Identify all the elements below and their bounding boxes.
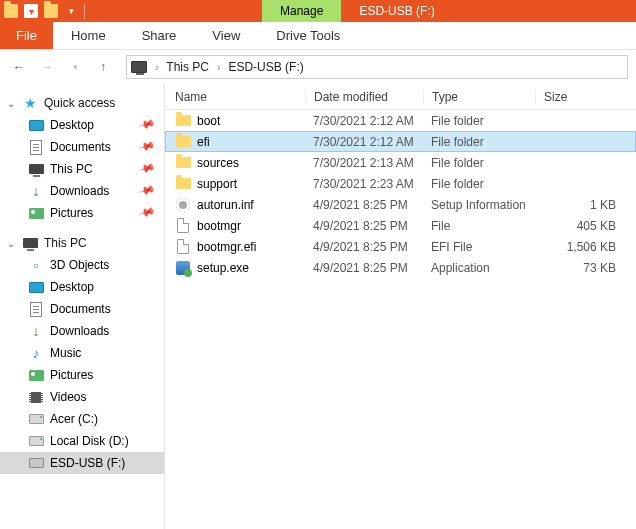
sidebar-item[interactable]: ▫3D Objects [0, 254, 164, 276]
sidebar-item[interactable]: Documents [0, 298, 164, 320]
chevron-down-icon[interactable]: ▾ [64, 4, 78, 18]
file-row[interactable]: bootmgr.efi4/9/2021 8:25 PMEFI File1,506… [165, 236, 636, 257]
file-type: File folder [423, 114, 535, 128]
column-type[interactable]: Type [423, 90, 535, 104]
pin-icon: 📌 [138, 137, 157, 155]
breadcrumb-current[interactable]: ESD-USB (F:) [228, 60, 303, 74]
column-headers: Name Date modified Type Size [165, 84, 636, 110]
file-row[interactable]: autorun.inf4/9/2021 8:25 PMSetup Informa… [165, 194, 636, 215]
up-button[interactable]: ↑ [92, 56, 114, 78]
chevron-down-icon: ⌄ [6, 238, 16, 249]
app-icon [4, 4, 18, 18]
column-name[interactable]: Name [175, 90, 305, 104]
sidebar-item[interactable]: Pictures📌 [0, 202, 164, 224]
3d-icon: ▫ [28, 257, 44, 273]
column-date[interactable]: Date modified [305, 90, 423, 104]
back-button[interactable]: ← [8, 56, 30, 78]
column-size[interactable]: Size [535, 90, 636, 104]
sidebar-item-label: Desktop [50, 280, 94, 294]
file-type: Application [423, 261, 535, 275]
sidebar-item-label: Documents [50, 302, 111, 316]
sidebar-group-this-pc: ⌄ This PC ▫3D ObjectsDesktopDocuments↓Do… [0, 232, 164, 474]
sidebar-item[interactable]: ESD-USB (F:) [0, 452, 164, 474]
doc-icon [28, 139, 44, 155]
save-icon[interactable]: ▾ [24, 4, 38, 18]
sidebar-item-label: ESD-USB (F:) [50, 456, 125, 470]
menu-view[interactable]: View [194, 22, 258, 49]
file-type: Setup Information [423, 198, 535, 212]
menu-file[interactable]: File [0, 22, 53, 49]
file-type: EFI File [423, 240, 535, 254]
file-date: 4/9/2021 8:25 PM [305, 219, 423, 233]
sidebar-item[interactable]: Desktop [0, 276, 164, 298]
doc-icon [28, 301, 44, 317]
address-bar[interactable]: › This PC › ESD-USB (F:) [126, 55, 628, 79]
file-row[interactable]: setup.exe4/9/2021 8:25 PMApplication73 K… [165, 257, 636, 278]
chevron-down-icon: ⌄ [6, 98, 16, 109]
file-row[interactable]: sources7/30/2021 2:13 AMFile folder [165, 152, 636, 173]
content-pane: Name Date modified Type Size boot7/30/20… [165, 84, 636, 529]
menu-drive-tools[interactable]: Drive Tools [258, 22, 358, 49]
sidebar-item-label: Music [50, 346, 81, 360]
file-type: File folder [423, 156, 535, 170]
file-date: 7/30/2021 2:12 AM [305, 114, 423, 128]
gear-icon [175, 197, 191, 213]
sidebar-item[interactable]: Acer (C:) [0, 408, 164, 430]
folder-icon [175, 155, 191, 171]
recent-dropdown[interactable]: ▾ [64, 56, 86, 78]
sidebar-item-label: Pictures [50, 368, 93, 382]
file-size: 1 KB [535, 198, 636, 212]
file-date: 7/30/2021 2:12 AM [305, 135, 423, 149]
sidebar-item[interactable]: Desktop📌 [0, 114, 164, 136]
file-row[interactable]: boot7/30/2021 2:12 AMFile folder [165, 110, 636, 131]
sidebar-item-label: Local Disk (D:) [50, 434, 129, 448]
file-name: autorun.inf [197, 198, 254, 212]
pin-icon: 📌 [138, 203, 157, 221]
sidebar-item[interactable]: Pictures [0, 364, 164, 386]
file-icon [175, 239, 191, 255]
file-name: bootmgr [197, 219, 241, 233]
drive-icon [28, 433, 44, 449]
pc-icon [28, 161, 44, 177]
pin-icon: 📌 [138, 181, 157, 199]
pc-icon [22, 235, 38, 251]
pic-icon [28, 367, 44, 383]
file-name: setup.exe [197, 261, 249, 275]
separator-icon: › [151, 62, 162, 73]
forward-button[interactable]: → [36, 56, 58, 78]
folder-icon [44, 4, 58, 18]
sidebar-item[interactable]: ↓Downloads📌 [0, 180, 164, 202]
tab-context-drive[interactable]: ESD-USB (F:) [341, 0, 452, 22]
sidebar-item[interactable]: ↓Downloads [0, 320, 164, 342]
file-row[interactable]: efi7/30/2021 2:12 AMFile folder [165, 131, 636, 152]
file-row[interactable]: support7/30/2021 2:23 AMFile folder [165, 173, 636, 194]
sidebar-item-label: Acer (C:) [50, 412, 98, 426]
menu-home[interactable]: Home [53, 22, 124, 49]
breadcrumb-root[interactable]: This PC [166, 60, 209, 74]
file-type: File folder [423, 177, 535, 191]
sidebar-item[interactable]: ♪Music [0, 342, 164, 364]
file-name: efi [197, 135, 210, 149]
nav-row: ← → ▾ ↑ › This PC › ESD-USB (F:) [0, 50, 636, 84]
sidebar-item[interactable]: Local Disk (D:) [0, 430, 164, 452]
file-size: 405 KB [535, 219, 636, 233]
sidebar-item-label: Videos [50, 390, 86, 404]
file-row[interactable]: bootmgr4/9/2021 8:25 PMFile405 KB [165, 215, 636, 236]
tab-manage[interactable]: Manage [262, 0, 341, 22]
file-date: 7/30/2021 2:13 AM [305, 156, 423, 170]
file-type: File folder [423, 135, 535, 149]
sidebar-item[interactable]: Videos [0, 386, 164, 408]
system-menu: ▾ ▾ [0, 0, 102, 22]
menu-share[interactable]: Share [124, 22, 195, 49]
sidebar-item[interactable]: Documents📌 [0, 136, 164, 158]
file-size: 73 KB [535, 261, 636, 275]
sidebar-item-label: Pictures [50, 206, 93, 220]
sidebar-header-this-pc[interactable]: ⌄ This PC [0, 232, 164, 254]
sidebar-item[interactable]: This PC📌 [0, 158, 164, 180]
sidebar-header-quick-access[interactable]: ⌄ ★ Quick access [0, 92, 164, 114]
file-name: bootmgr.efi [197, 240, 256, 254]
exe-icon [175, 260, 191, 276]
down-icon: ↓ [28, 183, 44, 199]
pic-icon [28, 205, 44, 221]
sidebar-item-label: Downloads [50, 184, 109, 198]
